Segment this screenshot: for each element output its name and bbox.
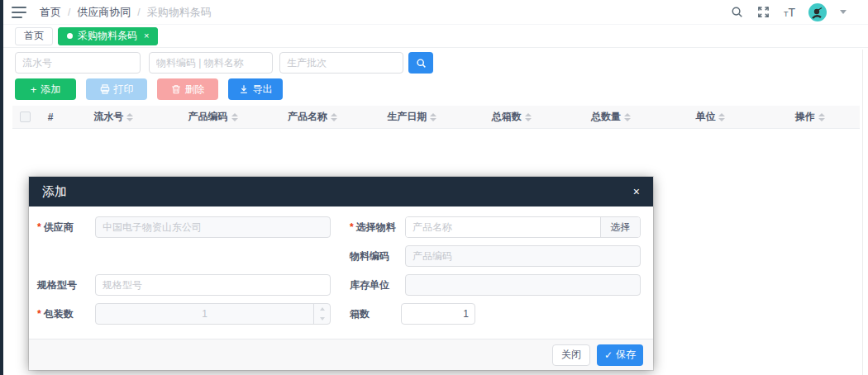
hamburger-menu-icon[interactable] [12, 7, 26, 18]
pack-qty-input [96, 304, 313, 324]
add-dialog-title: 添加 [42, 184, 67, 200]
table-header-row: # 流水号 产品编码 产品名称 生产日期 总箱数 总数量 单位 操作 [12, 106, 860, 129]
sort-icon[interactable] [231, 113, 238, 121]
supplier-input [95, 216, 331, 238]
serial-number-input[interactable] [15, 52, 141, 74]
search-button[interactable] [408, 52, 433, 74]
sort-icon[interactable] [331, 113, 337, 121]
stepper-up-icon [314, 304, 330, 314]
breadcrumb: 首页 / 供应商协同 / 采购物料条码 [40, 5, 212, 20]
production-batch-input[interactable] [279, 52, 403, 74]
spec-model-input[interactable] [95, 274, 331, 296]
tab-close-icon[interactable]: × [144, 31, 149, 40]
table-header-product-name[interactable]: 产品名称 [263, 110, 362, 124]
table-header-actions[interactable]: 操作 [761, 110, 860, 124]
tags-view-bar: 首页 采购物料条码 × [3, 25, 868, 48]
fullscreen-icon[interactable] [757, 6, 770, 19]
check-icon: ✓ [604, 349, 613, 361]
select-all-checkbox[interactable] [20, 112, 31, 122]
box-qty-input[interactable] [402, 304, 475, 324]
breadcrumb-current-page: 采购物料条码 [147, 5, 212, 20]
export-button[interactable]: 导出 [228, 78, 283, 100]
search-icon[interactable] [731, 6, 744, 19]
material-code-label: 物料编码 [350, 245, 389, 267]
box-qty-label: 箱数 [350, 303, 370, 325]
add-dialog: 添加 × *供应商 *选择物料 选择 物料编码 规格型号 库存单位 *包装数 箱… [29, 177, 653, 370]
printer-icon [100, 84, 110, 94]
sort-icon[interactable] [624, 113, 631, 121]
avatar[interactable] [808, 3, 827, 21]
download-icon [239, 84, 249, 94]
table-header-index: # [37, 112, 64, 123]
breadcrumb-home[interactable]: 首页 [40, 5, 61, 20]
table-header-unit[interactable]: 单位 [661, 110, 760, 124]
plus-icon: + [31, 84, 37, 95]
add-button[interactable]: + 添加 [15, 78, 76, 100]
supplier-label: *供应商 [37, 216, 74, 238]
table-header-total-boxes[interactable]: 总箱数 [462, 110, 561, 124]
material-code-input [405, 245, 641, 267]
font-size-icon[interactable]: TT [784, 6, 795, 19]
breadcrumb-separator: / [137, 7, 140, 18]
pack-qty-label: *包装数 [37, 303, 74, 325]
tab-home[interactable]: 首页 [15, 27, 53, 45]
close-button[interactable]: 关闭 [552, 344, 590, 366]
select-material-group: 选择 [405, 216, 641, 238]
pack-qty-stepper [95, 303, 331, 325]
trash-icon [171, 84, 181, 94]
add-dialog-footer: 关闭 ✓ 保存 [29, 339, 653, 370]
table-header-select-cell [12, 112, 37, 122]
table-header-total-qty[interactable]: 总数量 [561, 110, 661, 124]
tab-home-label: 首页 [24, 29, 44, 43]
stepper-down-icon [314, 314, 330, 324]
sort-icon[interactable] [525, 113, 532, 121]
tab-current-label: 采购物料条码 [78, 29, 137, 43]
product-name-input[interactable] [406, 217, 600, 237]
select-material-label: *选择物料 [350, 216, 396, 238]
sort-icon[interactable] [126, 113, 133, 121]
breadcrumb-supplier-collab[interactable]: 供应商协同 [77, 5, 131, 20]
print-button[interactable]: 打印 [86, 78, 147, 100]
delete-button[interactable]: 删除 [157, 78, 218, 100]
content-right-divider [862, 50, 863, 375]
sort-icon[interactable] [818, 113, 825, 121]
stock-unit-label: 库存单位 [350, 274, 389, 296]
save-button[interactable]: ✓ 保存 [597, 344, 643, 366]
table-header-serial[interactable]: 流水号 [64, 110, 163, 124]
active-tab-dot-icon [67, 33, 73, 39]
table-header-product-code[interactable]: 产品编码 [163, 110, 262, 124]
spec-model-label: 规格型号 [37, 274, 77, 296]
caret-down-icon[interactable] [840, 10, 847, 14]
stock-unit-input [405, 274, 641, 296]
close-icon[interactable]: × [633, 186, 640, 197]
box-qty-stepper [401, 303, 475, 325]
choose-material-button[interactable]: 选择 [600, 217, 640, 237]
sort-icon[interactable] [718, 113, 725, 121]
tab-purchase-material-barcode[interactable]: 采购物料条码 × [58, 27, 158, 45]
table-header-production-date[interactable]: 生产日期 [362, 110, 461, 124]
top-navbar: 首页 / 供应商协同 / 采购物料条码 TT [3, 0, 868, 25]
navbar-actions: TT [731, 3, 847, 21]
add-dialog-header: 添加 × [29, 177, 653, 206]
search-icon [416, 58, 427, 69]
sidebar-collapsed-edge [0, 0, 3, 375]
sort-icon[interactable] [430, 113, 436, 121]
stepper-arrows [313, 304, 330, 324]
material-code-name-input[interactable] [149, 52, 273, 74]
breadcrumb-separator: / [68, 7, 70, 18]
